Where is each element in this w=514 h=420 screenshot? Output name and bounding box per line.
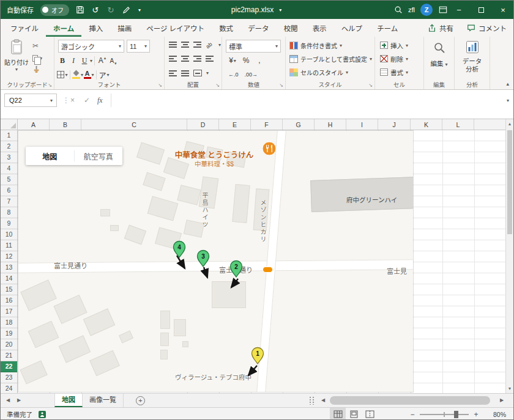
insert-cells-button[interactable]: 挿入 ▾ — [380, 39, 408, 52]
font-color-button[interactable]: A▾ — [83, 68, 94, 81]
font-name-select[interactable]: 游ゴシック ▾ — [58, 40, 124, 53]
comments-button[interactable]: コメント — [460, 19, 513, 37]
data-analysis-button[interactable]: データ 分析 — [455, 57, 490, 73]
orientation-icon[interactable]: ab — [204, 40, 215, 50]
underline-chevron-icon[interactable]: ▾ — [90, 58, 92, 64]
satellite-button[interactable]: 航空写真 — [75, 151, 123, 161]
row-header-6[interactable]: 6 — [1, 185, 17, 196]
name-box[interactable]: Q22 ▾ — [4, 94, 57, 107]
align-top-icon[interactable] — [169, 42, 177, 48]
clipboard-dialog-launcher-icon[interactable]: ↘ — [48, 83, 52, 88]
tab-help[interactable]: ヘルプ — [334, 19, 370, 37]
collapse-ribbon-icon[interactable]: ▴ — [506, 81, 509, 87]
page-layout-view-icon[interactable] — [346, 408, 362, 420]
alignment-dialog-launcher-icon[interactable]: ↘ — [215, 83, 220, 88]
tab-home[interactable]: ホーム — [46, 19, 81, 37]
format-cells-button[interactable]: 書式 ▾ — [380, 65, 408, 79]
window-title[interactable]: pic2map.xlsx ▾ — [231, 1, 283, 19]
user-id[interactable]: zfl — [408, 6, 415, 13]
map-image[interactable]: 地図 航空写真 中華食堂 とうこうけん 中華料理・$$ 富士見通り 富士見通り … — [18, 131, 413, 392]
tab-team[interactable]: チーム — [370, 19, 405, 37]
sheet-tab-images[interactable]: 画像一覧 — [83, 394, 124, 407]
row-header-12[interactable]: 12 — [1, 251, 17, 262]
horizontal-scroll-thumb[interactable] — [330, 396, 490, 405]
pen-icon[interactable] — [122, 6, 130, 14]
sheet-nav-left-icon[interactable]: ◀ — [3, 394, 13, 407]
row-header-14[interactable]: 14 — [1, 273, 17, 284]
save-icon[interactable] — [76, 6, 84, 14]
page-break-view-icon[interactable] — [362, 408, 378, 420]
tab-view[interactable]: 表示 — [305, 19, 334, 37]
font-dialog-launcher-icon[interactable]: ↘ — [158, 83, 162, 88]
align-middle-icon[interactable] — [181, 42, 189, 48]
orientation-chevron-icon[interactable]: ▾ — [218, 42, 221, 48]
increase-decimal-icon[interactable]: ←.0 — [228, 72, 239, 78]
row-header-19[interactable]: 19 — [1, 328, 17, 339]
hscroll-left-icon[interactable]: ◀ — [319, 394, 327, 407]
sheet-tab-map[interactable]: 地図 — [54, 394, 83, 407]
row-header-17[interactable]: 17 — [1, 306, 17, 317]
autosave-toggle[interactable]: オフ — [40, 4, 69, 16]
cell-styles-button[interactable]: セルのスタイル ▾ — [289, 65, 348, 79]
percent-button[interactable]: % — [240, 54, 251, 67]
tab-review[interactable]: 校閲 — [277, 19, 305, 37]
row-header-3[interactable]: 3 — [1, 152, 17, 163]
scroll-up-icon[interactable]: ▲ — [506, 122, 513, 126]
row-header-8[interactable]: 8 — [1, 207, 17, 218]
restaurant-icon[interactable] — [262, 141, 277, 157]
tab-insert[interactable]: 挿入 — [81, 19, 110, 37]
column-header-F[interactable]: F — [251, 119, 283, 130]
tab-page-layout[interactable]: ページ レイアウト — [139, 19, 212, 37]
conditional-formatting-button[interactable]: 条件付き書式 ▾ — [289, 39, 342, 52]
column-header-J[interactable]: J — [378, 119, 411, 130]
fill-color-button[interactable]: ▾ — [72, 68, 83, 81]
zoom-out-icon[interactable]: − — [407, 410, 418, 419]
row-header-10[interactable]: 10 — [1, 229, 17, 240]
zoom-thumb[interactable] — [454, 411, 458, 418]
column-header-A[interactable]: A — [18, 119, 50, 130]
format-as-table-button[interactable]: テーブルとして書式設定 ▾ — [289, 52, 372, 65]
row-header-2[interactable]: 2 — [1, 141, 17, 152]
formula-bar-splitter[interactable]: ⋮ — [62, 96, 70, 105]
share-button[interactable]: 共有 — [421, 19, 460, 37]
row-header-4[interactable]: 4 — [1, 163, 17, 174]
redo-icon[interactable]: ↻ — [106, 6, 115, 15]
search-icon[interactable] — [394, 6, 403, 14]
row-header-5[interactable]: 5 — [1, 174, 17, 185]
column-header-E[interactable]: E — [219, 119, 251, 130]
currency-button[interactable]: ¥▾ — [227, 54, 238, 67]
merge-chevron-icon[interactable]: ▾ — [206, 70, 209, 76]
row-header-1[interactable]: 1 — [1, 130, 17, 141]
zoom-in-icon[interactable]: + — [471, 410, 482, 419]
undo-icon[interactable]: ↺ — [91, 6, 100, 15]
avatar[interactable]: Z — [420, 4, 433, 16]
cut-button[interactable]: ✂ — [32, 41, 42, 51]
font-size-select[interactable]: 11 ▾ — [127, 40, 150, 53]
italic-button[interactable]: I — [68, 54, 79, 67]
wrap-text-icon[interactable] — [206, 56, 214, 62]
merge-center-icon[interactable] — [193, 70, 202, 76]
enter-icon[interactable]: ✓ — [84, 96, 90, 105]
normal-view-icon[interactable] — [330, 408, 346, 420]
name-box-chevron-icon[interactable]: ▾ — [47, 98, 56, 103]
column-header-partial[interactable] — [474, 119, 507, 130]
copy-button[interactable]: ▾ — [32, 53, 42, 63]
grow-font-button[interactable]: A▴ — [97, 54, 108, 67]
column-header-L[interactable]: L — [442, 119, 474, 130]
decrease-decimal-icon[interactable]: .00→ — [245, 72, 258, 78]
zoom-percent[interactable]: 80% — [482, 411, 506, 418]
align-center-icon[interactable] — [181, 56, 189, 62]
column-header-I[interactable]: I — [346, 119, 378, 130]
formula-bar-expand-icon[interactable]: ▾ — [507, 98, 509, 103]
align-right-icon[interactable] — [193, 56, 201, 62]
formula-input[interactable] — [111, 94, 500, 107]
accessibility-icon[interactable] — [39, 411, 46, 418]
styles-dialog-launcher-icon[interactable]: ↘ — [368, 83, 373, 88]
quick-access-chevron-icon[interactable]: ▾ — [137, 7, 142, 13]
editing-button[interactable]: 編集 ▾ — [424, 59, 454, 68]
number-format-select[interactable]: 標準 ▾ — [226, 40, 281, 53]
insert-function-icon[interactable]: fx — [97, 96, 103, 105]
vertical-scrollbar[interactable]: ▲ ▼ — [505, 119, 513, 393]
column-header-D[interactable]: D — [187, 119, 219, 130]
row-header-11[interactable]: 11 — [1, 240, 17, 251]
